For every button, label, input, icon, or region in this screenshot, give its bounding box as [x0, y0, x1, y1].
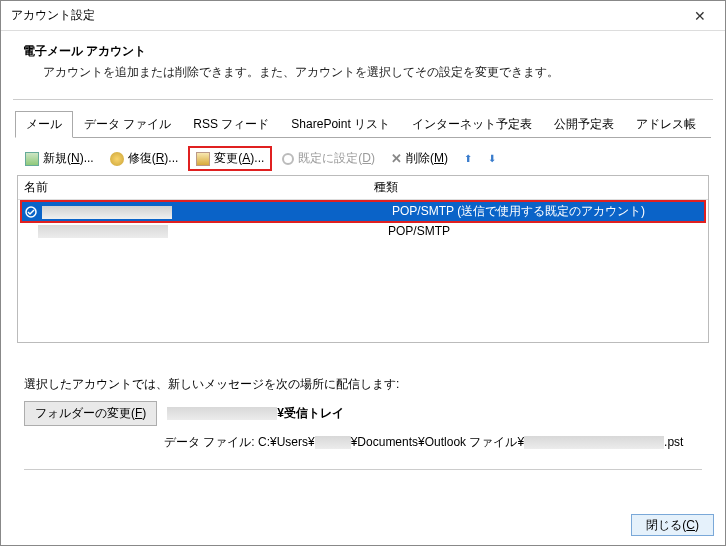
arrow-down-icon: ⬇ [488, 153, 496, 164]
set-default-label: 既定に設定(D) [298, 150, 375, 167]
new-button[interactable]: 新規(N)... [19, 148, 100, 169]
change-button[interactable]: 変更(A)... [188, 146, 272, 171]
remove-button[interactable]: ✕ 削除(M) [385, 148, 454, 169]
table-row[interactable]: POP/SMTP [18, 223, 708, 239]
check-icon [282, 153, 294, 165]
data-file-path: データ ファイル: C:¥Users¥¥Documents¥Outlook ファ… [164, 434, 683, 451]
page-title: 電子メール アカウント [23, 43, 703, 60]
account-list: 名前 種類 POP/SMTP (送信で使用する既定のアカウント) POP/SMT… [17, 175, 709, 343]
row-spacer [20, 224, 34, 238]
move-up-button[interactable]: ⬆ [458, 151, 478, 166]
list-header: 名前 種類 [18, 176, 708, 200]
change-icon [196, 152, 210, 166]
tab-data-files[interactable]: データ ファイル [73, 111, 182, 138]
new-icon [25, 152, 39, 166]
repair-icon [110, 152, 124, 166]
row-type: POP/SMTP [388, 224, 702, 238]
repair-label: 修復(R)... [128, 150, 179, 167]
arrow-up-icon: ⬆ [464, 153, 472, 164]
row-name [38, 224, 388, 238]
titlebar: アカウント設定 ✕ [1, 1, 725, 31]
window-title: アカウント設定 [11, 7, 95, 24]
header-section: 電子メール アカウント アカウントを追加または削除できます。また、アカウントを選… [1, 31, 725, 95]
change-folder-button[interactable]: フォルダーの変更(F) [24, 401, 157, 426]
move-down-button[interactable]: ⬇ [482, 151, 502, 166]
toolbar: 新規(N)... 修復(R)... 変更(A)... 既定に設定(D) ✕ 削除… [19, 146, 707, 171]
delete-icon: ✕ [391, 151, 402, 166]
divider [13, 99, 713, 100]
delivery-section: 選択したアカウントでは、新しいメッセージを次の場所に配信します: フォルダーの変… [0, 366, 726, 470]
close-button[interactable]: 閉じる(C) [631, 514, 714, 536]
default-account-icon [24, 205, 38, 219]
dialog-footer: 閉じる(C) [631, 517, 714, 534]
delivery-folder: ¥受信トレイ [167, 405, 344, 422]
table-row[interactable]: POP/SMTP (送信で使用する既定のアカウント) [20, 200, 706, 223]
tab-published-calendars[interactable]: 公開予定表 [543, 111, 625, 138]
set-default-button: 既定に設定(D) [276, 148, 381, 169]
page-subtitle: アカウントを追加または削除できます。また、アカウントを選択してその設定を変更でき… [23, 60, 703, 81]
tab-rss[interactable]: RSS フィード [182, 111, 280, 138]
change-label: 変更(A)... [214, 150, 264, 167]
row-type: POP/SMTP (送信で使用する既定のアカウント) [392, 203, 698, 220]
col-header-type[interactable]: 種類 [374, 179, 702, 196]
close-icon[interactable]: ✕ [683, 8, 717, 24]
tab-mail[interactable]: メール [15, 111, 73, 138]
tab-address-books[interactable]: アドレス帳 [625, 111, 707, 138]
remove-label: 削除(M) [406, 150, 448, 167]
repair-button[interactable]: 修復(R)... [104, 148, 185, 169]
delivery-intro: 選択したアカウントでは、新しいメッセージを次の場所に配信します: [24, 376, 702, 393]
row-name [42, 204, 392, 218]
new-label: 新規(N)... [43, 150, 94, 167]
tab-strip: メール データ ファイル RSS フィード SharePoint リスト インタ… [15, 110, 711, 138]
col-header-name[interactable]: 名前 [24, 179, 374, 196]
tab-sharepoint[interactable]: SharePoint リスト [280, 111, 401, 138]
tab-internet-calendars[interactable]: インターネット予定表 [401, 111, 543, 138]
